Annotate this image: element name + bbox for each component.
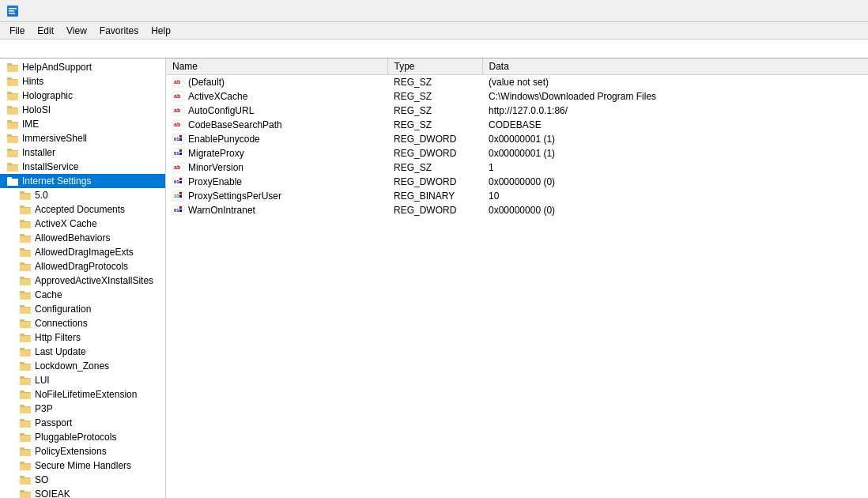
table-row[interactable]: abMinorVersionREG_SZ1 <box>166 160 868 175</box>
tree-item-label: NoFileLifetimeExtension <box>35 389 137 400</box>
tree-item-approvedactivexinstallsites[interactable]: ApprovedActiveXInstallSites <box>0 274 165 288</box>
table-row[interactable]: ab(Default)REG_SZ(value not set) <box>166 75 868 90</box>
tree-item-label: Accepted Documents <box>35 204 125 215</box>
col-data[interactable]: Data <box>482 58 868 75</box>
svg-rect-87 <box>20 450 31 456</box>
svg-rect-15 <box>7 108 18 115</box>
svg-rect-59 <box>20 319 25 322</box>
tree-item-soieak[interactable]: SOIEAK <box>0 487 165 498</box>
tree-item-so[interactable]: SO <box>0 473 165 487</box>
tree-item-holosi[interactable]: HoloSI <box>0 103 165 117</box>
reg-name: MinorVersion <box>188 162 243 173</box>
menu-item-file[interactable]: File <box>3 24 31 38</box>
svg-rect-111 <box>179 149 182 152</box>
svg-rect-14 <box>7 106 12 108</box>
reg-type-icon: 01 <box>172 134 185 145</box>
svg-rect-39 <box>20 222 31 228</box>
tree-item-helpandsupport[interactable]: HelpAndSupport <box>0 60 165 74</box>
svg-rect-71 <box>20 376 25 379</box>
tree-item-ime[interactable]: IME <box>0 117 165 131</box>
svg-rect-92 <box>20 476 25 478</box>
reg-type: REG_SZ <box>387 160 482 175</box>
col-name[interactable]: Name <box>166 58 387 75</box>
reg-type-icon: 10 <box>172 191 185 202</box>
menu-item-help[interactable]: Help <box>145 24 177 38</box>
tree-item-configuration[interactable]: Configuration <box>0 302 165 316</box>
tree-item-securemimehandlers[interactable]: Secure Mime Handlers <box>0 458 165 473</box>
table-row[interactable]: 01WarnOnIntranetREG_DWORD0x00000000 (0) <box>166 203 868 217</box>
svg-rect-20 <box>7 134 12 137</box>
reg-type: REG_DWORD <box>387 132 482 146</box>
table-row[interactable]: abCodeBaseSearchPathREG_SZCODEBASE <box>166 118 868 132</box>
registry-table: Name Type Data ab(Default)REG_SZ(value n… <box>166 58 868 217</box>
reg-name: (Default) <box>188 77 225 88</box>
reg-data: 0x00000000 (0) <box>482 175 868 189</box>
tree-item-alloweddragimageexts[interactable]: AllowedDragImageExts <box>0 245 165 259</box>
svg-rect-2 <box>9 10 14 12</box>
svg-rect-93 <box>20 478 31 485</box>
data-panel[interactable]: Name Type Data ab(Default)REG_SZ(value n… <box>166 58 868 498</box>
tree-item-accepteddocuments[interactable]: Accepted Documents <box>0 202 165 217</box>
tree-item-label: Lockdown_Zones <box>35 360 109 372</box>
tree-item-nofilelifetimeextension[interactable]: NoFileLifetimeExtension <box>0 387 165 402</box>
svg-text:01: 01 <box>174 151 179 156</box>
svg-rect-60 <box>20 322 31 328</box>
tree-item-internetsettings[interactable]: Internet Settings <box>0 174 165 188</box>
table-row[interactable]: 10ProxySettingsPerUserREG_BINARY10 <box>166 189 868 203</box>
tree-item-policyextensions[interactable]: PolicyExtensions <box>0 444 165 458</box>
menu-bar: FileEditViewFavoritesHelp <box>0 22 868 40</box>
tree-item-allowedbehaviors[interactable]: AllowedBehaviors <box>0 231 165 245</box>
reg-name: CodeBaseSearchPath <box>188 119 282 130</box>
tree-item-installservice[interactable]: InstallService <box>0 160 165 174</box>
tree-item-httpfilters[interactable]: Http Filters <box>0 330 165 345</box>
tree-item-p3p[interactable]: P3P <box>0 402 165 416</box>
svg-text:01: 01 <box>174 137 179 141</box>
svg-rect-84 <box>20 436 31 442</box>
reg-type-icon: ab <box>172 91 185 102</box>
svg-rect-83 <box>20 433 25 436</box>
reg-type-icon: ab <box>172 77 185 88</box>
svg-rect-5 <box>7 63 12 66</box>
tree-item-label: InstallService <box>22 161 78 172</box>
tree-item-connections[interactable]: Connections <box>0 316 165 330</box>
tree-item-cache[interactable]: Cache <box>0 288 165 302</box>
tree-item-passport[interactable]: Passport <box>0 416 165 430</box>
tree-item-label: 5.0 <box>35 190 48 201</box>
svg-rect-89 <box>20 462 25 464</box>
menu-item-favorites[interactable]: Favorites <box>93 24 145 38</box>
reg-name: MigrateProxy <box>188 148 244 159</box>
tree-item-activexcache[interactable]: ActiveX Cache <box>0 217 165 231</box>
reg-type: REG_DWORD <box>387 203 482 217</box>
reg-name: ProxySettingsPerUser <box>188 191 281 202</box>
table-row[interactable]: 01MigrateProxyREG_DWORD0x00000001 (1) <box>166 146 868 160</box>
table-row[interactable]: abActiveXCacheREG_SZC:\Windows\Downloade… <box>166 89 868 104</box>
svg-rect-23 <box>7 149 12 151</box>
tree-item-holographic[interactable]: Holographic <box>0 89 165 103</box>
tree-item-5.0[interactable]: 5.0 <box>0 188 165 202</box>
svg-rect-108 <box>179 138 182 141</box>
tree-item-hints[interactable]: Hints <box>0 74 165 89</box>
col-type[interactable]: Type <box>387 58 482 75</box>
menu-item-edit[interactable]: Edit <box>31 24 60 38</box>
tree-item-installer[interactable]: Installer <box>0 145 165 160</box>
svg-rect-11 <box>7 92 12 94</box>
tree-item-lastupdate[interactable]: Last Update <box>0 345 165 359</box>
reg-name: WarnOnIntranet <box>188 205 255 216</box>
svg-text:ab: ab <box>174 108 180 113</box>
tree-item-alloweddragprotocols[interactable]: AllowedDragProtocols <box>0 259 165 274</box>
tree-item-lockdown_zones[interactable]: Lockdown_Zones <box>0 359 165 373</box>
table-row[interactable]: 01EnablePunycodeREG_DWORD0x00000001 (1) <box>166 132 868 146</box>
tree-item-immersiveshell[interactable]: ImmersiveShell <box>0 131 165 145</box>
svg-rect-48 <box>20 265 31 271</box>
svg-rect-21 <box>7 137 18 143</box>
svg-rect-107 <box>179 135 182 138</box>
tree-item-lui[interactable]: LUI <box>0 373 165 387</box>
table-row[interactable]: abAutoConfigURLREG_SZhttp://127.0.0.1:86… <box>166 104 868 118</box>
tree-item-pluggableprotocols[interactable]: PluggableProtocols <box>0 430 165 444</box>
tree-panel[interactable]: HelpAndSupportHintsHolographicHoloSIIMEI… <box>0 58 166 498</box>
menu-item-view[interactable]: View <box>60 24 93 38</box>
svg-text:ab: ab <box>174 93 180 99</box>
table-row[interactable]: 01ProxyEnableREG_DWORD0x00000000 (0) <box>166 175 868 189</box>
app-icon <box>6 5 19 17</box>
reg-type: REG_SZ <box>387 75 482 90</box>
